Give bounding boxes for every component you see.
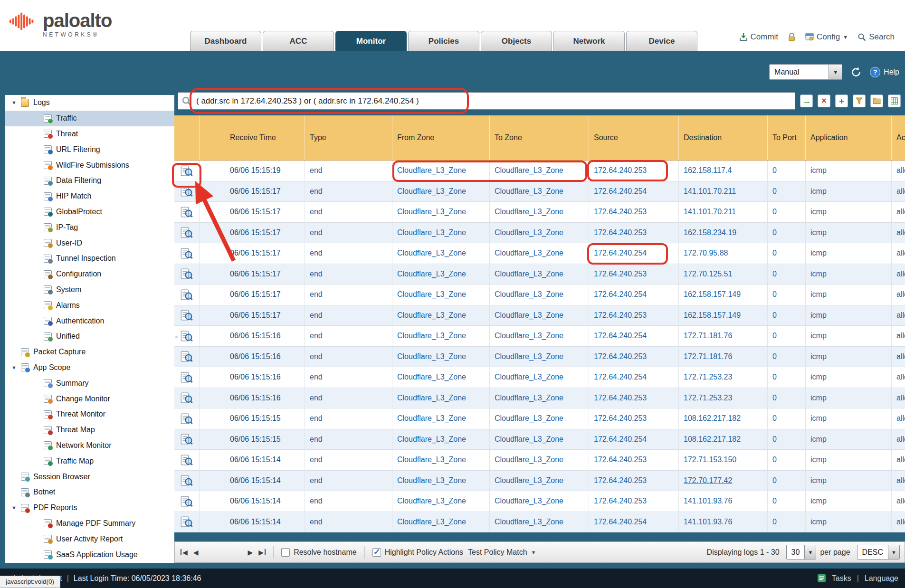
- cell-application[interactable]: icmp: [806, 408, 892, 429]
- sidebar-item[interactable]: ▼ System: [5, 282, 174, 298]
- log-detail-magnifier-icon[interactable]: [181, 412, 193, 425]
- sidebar-item[interactable]: ▼ SaaS Application Usage: [5, 547, 174, 562]
- highlight-policy-actions-checkbox[interactable]: [372, 548, 381, 557]
- resolve-hostname-checkbox[interactable]: [281, 548, 290, 557]
- chevron-down-icon[interactable]: ▼: [804, 545, 816, 559]
- log-detail-magnifier-icon[interactable]: [181, 288, 193, 301]
- column-header-from-zone[interactable]: From Zone: [392, 115, 490, 160]
- sidebar-item[interactable]: ▼ PDF Reports: [5, 500, 174, 516]
- config-menu-button[interactable]: Config ▼: [805, 32, 848, 42]
- column-header-receive-time[interactable]: Receive Time: [225, 115, 305, 160]
- cell-from-zone[interactable]: Cloudflare_L3_Zone: [392, 512, 490, 532]
- sidebar-item[interactable]: ▼ Traffic Map: [5, 453, 174, 469]
- cell-from-zone[interactable]: Cloudflare_L3_Zone: [392, 264, 490, 285]
- log-table-row[interactable]: 06/06 15:15:16 end Cloudflare_L3_Zone Cl…: [174, 326, 905, 347]
- log-detail-magnifier-icon[interactable]: [181, 454, 193, 466]
- first-page-button[interactable]: ◀: [181, 549, 188, 556]
- sidebar-item[interactable]: ▼ URL Filtering: [5, 142, 174, 157]
- log-detail-magnifier-icon[interactable]: [181, 330, 193, 342]
- cell-to-zone[interactable]: Cloudflare_L3_Zone: [490, 305, 589, 326]
- log-table-row[interactable]: 06/06 15:15:16 end Cloudflare_L3_Zone Cl…: [174, 347, 905, 368]
- sidebar-collapse-handle[interactable]: ◂: [174, 323, 181, 350]
- cell-from-zone[interactable]: Cloudflare_L3_Zone: [392, 429, 490, 450]
- sidebar-item[interactable]: ▼ App Scope: [5, 360, 174, 376]
- cell-destination[interactable]: 141.101.93.76: [679, 491, 768, 512]
- sidebar-item[interactable]: ▼ Logs: [5, 95, 174, 111]
- cell-to-zone[interactable]: Cloudflare_L3_Zone: [490, 347, 589, 367]
- cell-to-zone[interactable]: Cloudflare_L3_Zone: [490, 429, 589, 450]
- cell-destination[interactable]: 141.101.70.211: [679, 181, 768, 202]
- cell-source[interactable]: 172.64.240.253: [589, 223, 679, 243]
- log-detail-magnifier-icon[interactable]: [181, 350, 193, 363]
- refresh-interval-select[interactable]: Manual ▼: [769, 64, 842, 80]
- sidebar-item[interactable]: ▼ Alarms: [5, 297, 174, 313]
- sidebar-item[interactable]: ▼ Unified: [5, 329, 174, 344]
- commit-button[interactable]: Commit: [739, 32, 779, 42]
- sidebar-item[interactable]: ▼ Packet Capture: [5, 344, 174, 360]
- log-table-row[interactable]: 06/06 15:15:17 end Cloudflare_L3_Zone Cl…: [174, 181, 905, 202]
- column-header-to-zone[interactable]: To Zone: [490, 115, 589, 160]
- nav-tab[interactable]: ACC: [263, 31, 334, 51]
- cell-application[interactable]: icmp: [806, 264, 892, 285]
- help-button[interactable]: ? Help: [870, 67, 899, 77]
- apply-filter-button[interactable]: →: [800, 95, 813, 107]
- nav-tab[interactable]: Policies: [408, 31, 479, 51]
- cell-source[interactable]: 172.64.240.254: [589, 285, 679, 305]
- log-detail-magnifier-icon[interactable]: [181, 164, 193, 177]
- cell-from-zone[interactable]: Cloudflare_L3_Zone: [392, 450, 490, 470]
- sidebar-item[interactable]: ▼ Threat Map: [5, 422, 174, 438]
- cell-application[interactable]: icmp: [806, 429, 892, 450]
- log-table-row[interactable]: 06/06 15:15:14 end Cloudflare_L3_Zone Cl…: [174, 512, 905, 533]
- cell-from-zone[interactable]: Cloudflare_L3_Zone: [392, 305, 490, 326]
- cell-application[interactable]: icmp: [806, 347, 892, 367]
- add-filter-button[interactable]: +: [835, 95, 848, 107]
- cell-to-zone[interactable]: Cloudflare_L3_Zone: [490, 408, 589, 429]
- cell-to-zone[interactable]: Cloudflare_L3_Zone: [490, 181, 589, 202]
- sidebar-item[interactable]: ▼ Summary: [5, 375, 174, 391]
- cell-from-zone[interactable]: Cloudflare_L3_Zone: [392, 223, 490, 243]
- log-filter-input[interactable]: ( addr.src in 172.64.240.253 ) or ( addr…: [178, 92, 795, 110]
- log-detail-magnifier-icon[interactable]: [181, 185, 193, 198]
- cell-from-zone[interactable]: Cloudflare_L3_Zone: [392, 181, 490, 202]
- cell-destination[interactable]: 108.162.217.182: [679, 429, 768, 450]
- cell-from-zone[interactable]: Cloudflare_L3_Zone: [392, 367, 490, 388]
- cell-to-zone[interactable]: Cloudflare_L3_Zone: [490, 512, 589, 532]
- cell-source[interactable]: 172.64.240.253: [589, 491, 679, 512]
- cell-destination[interactable]: 172.71.181.76: [679, 347, 768, 367]
- cell-source[interactable]: 172.64.240.253: [589, 202, 679, 222]
- chevron-down-icon[interactable]: ▼: [888, 545, 899, 559]
- clear-filter-button[interactable]: ×: [818, 95, 830, 107]
- export-logs-button[interactable]: [888, 95, 901, 107]
- sort-order-select[interactable]: DESC ▼: [857, 545, 900, 560]
- cell-from-zone[interactable]: Cloudflare_L3_Zone: [392, 243, 490, 264]
- cell-source[interactable]: 172.64.240.254: [589, 243, 679, 264]
- cell-destination[interactable]: 162.158.234.19: [679, 223, 768, 243]
- sidebar-item[interactable]: ▼ Authentication: [5, 313, 174, 329]
- log-table-row[interactable]: 06/06 15:15:14 end Cloudflare_L3_Zone Cl…: [174, 471, 905, 492]
- cell-to-zone[interactable]: Cloudflare_L3_Zone: [490, 243, 589, 264]
- test-policy-match-button[interactable]: Test Policy Match ▼: [468, 548, 536, 557]
- nav-tab[interactable]: Network: [553, 31, 625, 51]
- cell-destination[interactable]: 162.158.117.4: [679, 161, 768, 181]
- cell-destination[interactable]: 172.71.153.150: [679, 450, 768, 470]
- cell-application[interactable]: icmp: [806, 326, 892, 346]
- cell-destination[interactable]: 141.101.70.211: [679, 202, 768, 222]
- cell-to-zone[interactable]: Cloudflare_L3_Zone: [490, 285, 589, 305]
- cell-application[interactable]: icmp: [806, 305, 892, 326]
- sidebar-item[interactable]: ▼ Manage PDF Summary: [5, 516, 174, 531]
- cell-destination[interactable]: 162.158.157.149: [679, 305, 768, 326]
- cell-source[interactable]: 172.64.240.254: [589, 367, 679, 388]
- next-page-button[interactable]: ▶: [248, 549, 253, 556]
- log-detail-magnifier-icon[interactable]: [181, 474, 193, 487]
- cell-application[interactable]: icmp: [806, 202, 892, 222]
- column-header-application[interactable]: Application: [806, 115, 892, 160]
- log-table-row[interactable]: 06/06 15:15:14 end Cloudflare_L3_Zone Cl…: [174, 450, 905, 471]
- sidebar-item[interactable]: ▼ Change Monitor: [5, 391, 174, 407]
- cell-destination[interactable]: 172.71.253.23: [679, 367, 768, 388]
- cell-source[interactable]: 172.64.240.253: [589, 161, 679, 181]
- cell-source[interactable]: 172.64.240.254: [589, 429, 679, 450]
- sidebar-item[interactable]: ▼ Data Filtering: [5, 173, 174, 189]
- cell-destination[interactable]: 172.70.125.51: [679, 264, 768, 285]
- log-table-row[interactable]: 06/06 15:15:17 end Cloudflare_L3_Zone Cl…: [174, 285, 905, 305]
- last-page-button[interactable]: ▶: [258, 549, 266, 556]
